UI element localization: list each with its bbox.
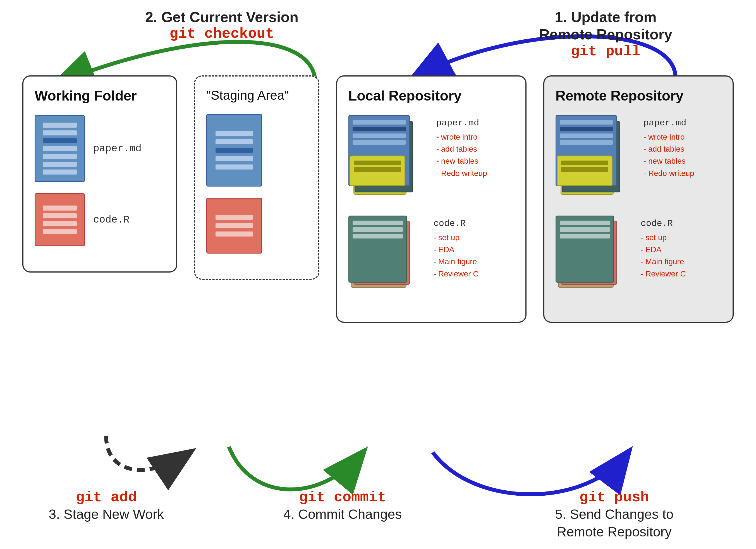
layer-yel-front: [350, 156, 405, 186]
remote-paper-h2: - add tables: [643, 144, 694, 154]
file-line: [353, 133, 406, 138]
local-code-h3: - Main figure: [434, 256, 479, 267]
r-layer-yel-front: [557, 156, 613, 186]
remote-paper-h1: - wrote intro: [643, 132, 694, 142]
working-folder-box: Working Folder paper.md: [22, 75, 177, 273]
file-line: [43, 154, 77, 159]
pull-cmd: git pull: [539, 43, 672, 60]
remote-paper-h3: - new tables: [643, 156, 694, 166]
checkout-cmd: git checkout: [145, 26, 298, 42]
remote-code-h4: - Reviewer C: [641, 268, 686, 279]
file-line: [43, 123, 77, 128]
local-paper-filename: paper.md: [436, 118, 487, 128]
local-paper-h1: - wrote intro: [436, 132, 487, 142]
working-code-label: code.R: [93, 214, 130, 226]
local-code-stack: [348, 216, 421, 299]
remote-code-stack: [556, 216, 628, 299]
file-line: [560, 133, 613, 138]
remote-code-group: code.R - set up - EDA - Main figure - Re…: [556, 216, 721, 299]
local-code-group: code.R - set up - EDA - Main figure - Re…: [348, 216, 514, 299]
remote-paper-info: paper.md - wrote intro - add tables - ne…: [643, 115, 694, 179]
working-code-icon: [35, 193, 85, 246]
cr-teal: [348, 216, 407, 283]
local-code-h4: - Reviewer C: [434, 268, 479, 279]
boxes-row: Working Folder paper.md: [22, 75, 734, 323]
bottom-annotations: git add 3. Stage New Work git commit 4. …: [0, 489, 756, 541]
file-line: [560, 221, 610, 225]
remote-code-h3: - Main figure: [641, 256, 686, 267]
file-line: [353, 120, 406, 125]
local-code-filename: code.R: [434, 218, 479, 229]
staging-code-group: [206, 198, 307, 254]
file-line: [560, 127, 613, 131]
commit-annotation: git commit 4. Commit Changes: [213, 489, 473, 541]
remote-code-info: code.R - set up - EDA - Main figure - Re…: [641, 216, 686, 279]
pull-title: 1. Update from Remote Repository: [539, 8, 672, 43]
main-diagram: 2. Get Current Version git checkout 1. U…: [0, 0, 756, 549]
file-line: [43, 229, 77, 234]
commit-title: 4. Commit Changes: [213, 506, 473, 523]
pull-annotation: 1. Update from Remote Repository git pul…: [539, 8, 672, 60]
remote-repo-box: Remote Repository: [543, 75, 734, 323]
staging-area-box: "Staging Area": [194, 75, 319, 280]
checkout-annotation: 2. Get Current Version git checkout: [145, 8, 298, 42]
file-line: [561, 161, 608, 165]
file-line: [353, 234, 403, 238]
working-paper-label: paper.md: [93, 143, 142, 154]
local-code-h1: - set up: [434, 232, 479, 243]
file-line: [43, 170, 77, 175]
file-line: [216, 148, 253, 153]
r-cr-teal: [556, 216, 614, 283]
file-line: [353, 227, 403, 232]
file-line: [354, 167, 401, 172]
file-line: [353, 221, 403, 225]
push-annotation: git push 5. Send Changes to Remote Repos…: [473, 489, 756, 541]
file-line: [43, 221, 77, 226]
working-paper-group: paper.md: [35, 115, 165, 182]
file-line: [216, 139, 253, 144]
local-paper-stack: [348, 115, 424, 207]
local-repo-title: Local Repository: [348, 88, 514, 104]
local-code-info: code.R - set up - EDA - Main figure - Re…: [434, 216, 479, 279]
working-folder-title: Working Folder: [35, 88, 165, 104]
working-code-group: code.R: [35, 193, 165, 246]
remote-paper-h4: - Redo writeup: [643, 168, 694, 179]
file-line: [43, 206, 77, 211]
file-line: [561, 167, 608, 172]
local-code-h2: - EDA: [434, 244, 479, 255]
file-line: [43, 162, 77, 167]
file-line: [354, 161, 401, 165]
file-line: [216, 156, 253, 161]
local-repo-box: Local Repository: [336, 75, 527, 323]
local-paper-h4: - Redo writeup: [436, 168, 487, 179]
remote-code-h1: - set up: [641, 232, 686, 243]
add-annotation: git add 3. Stage New Work: [0, 489, 213, 541]
checkout-title: 2. Get Current Version: [145, 8, 298, 26]
remote-paper-group: paper.md - wrote intro - add tables - ne…: [556, 115, 721, 207]
push-cmd: git push: [473, 489, 756, 506]
local-paper-h2: - add tables: [436, 144, 487, 154]
staging-paper-icon: [206, 114, 262, 187]
file-line: [560, 140, 613, 145]
staging-code-icon: [206, 198, 262, 254]
file-line: [560, 120, 613, 125]
file-line: [560, 227, 610, 232]
file-line: [43, 213, 77, 218]
file-line: [560, 234, 610, 238]
file-line: [216, 231, 253, 237]
remote-code-h2: - EDA: [641, 244, 686, 255]
commit-cmd: git commit: [213, 489, 473, 506]
file-line: [216, 223, 253, 228]
file-line: [43, 130, 77, 135]
push-title: 5. Send Changes to Remote Repository: [473, 506, 756, 541]
local-paper-group: paper.md - wrote intro - add tables - ne…: [348, 115, 514, 207]
file-line: [216, 131, 253, 136]
staging-paper-group: [206, 114, 307, 187]
file-line: [43, 146, 77, 151]
file-line: [43, 138, 77, 143]
add-title: 3. Stage New Work: [0, 506, 213, 523]
remote-paper-filename: paper.md: [643, 118, 694, 128]
local-paper-info: paper.md - wrote intro - add tables - ne…: [436, 115, 487, 179]
staging-area-title: "Staging Area": [206, 88, 307, 103]
file-line: [353, 140, 406, 145]
